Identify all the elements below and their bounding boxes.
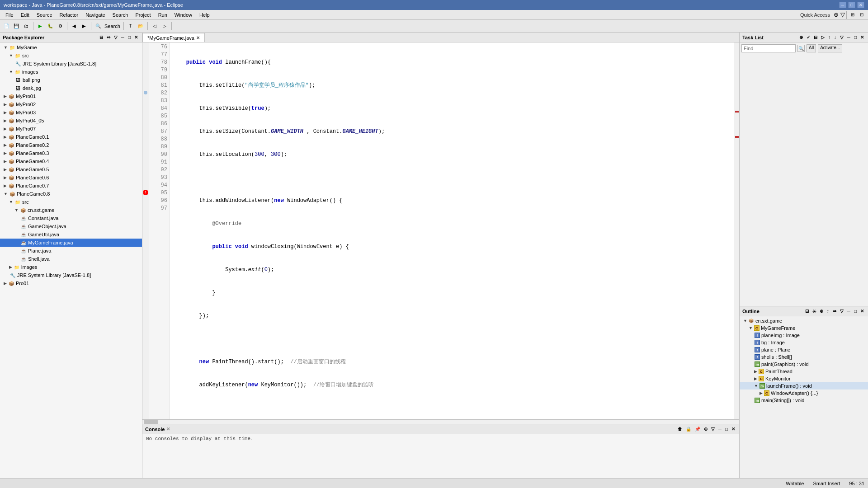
outline-item-plane[interactable]: f plane : Plane bbox=[740, 346, 868, 353]
tree-item-pro01[interactable]: ▶ 📦 Pro01 bbox=[0, 279, 142, 287]
outline-item-planeimg[interactable]: f planeImg : Image bbox=[740, 332, 868, 339]
outline-item-windowadapter[interactable]: ▶ C WindowAdapter() {...} bbox=[740, 389, 868, 397]
tree-item-planegame05[interactable]: ▶ 📦 PlaneGame0.5 bbox=[0, 165, 142, 174]
task-list-btn6[interactable]: ↓ bbox=[833, 34, 838, 40]
debug-btn[interactable]: 🐛 bbox=[46, 22, 55, 31]
task-list-btn2[interactable]: ✓ bbox=[805, 34, 811, 40]
menu-edit[interactable]: Edit bbox=[17, 10, 33, 19]
quick-access-icon[interactable]: ⊕ bbox=[834, 11, 839, 18]
console-close-btn[interactable]: ✕ bbox=[730, 426, 736, 432]
prev-edit-btn[interactable]: ◀ bbox=[70, 22, 79, 31]
outline-item-shells[interactable]: f shells : Shell[] bbox=[740, 353, 868, 361]
tree-item-planegame02[interactable]: ▶ 📦 PlaneGame0.2 bbox=[0, 141, 142, 149]
editor-overview-ruler[interactable] bbox=[734, 42, 739, 419]
save-all-btn[interactable]: 🗂 bbox=[22, 22, 31, 31]
menu-run[interactable]: Run bbox=[155, 10, 171, 19]
editor-hscroll[interactable] bbox=[142, 419, 739, 424]
task-list-maximize-btn[interactable]: □ bbox=[853, 34, 858, 40]
menu-search[interactable]: Search bbox=[109, 10, 132, 19]
tree-item-planegame07[interactable]: ▶ 📦 PlaneGame0.7 bbox=[0, 182, 142, 190]
find-search-btn[interactable]: 🔍 bbox=[797, 45, 805, 52]
console-view-menu-btn[interactable]: ▽ bbox=[710, 426, 716, 432]
collapse-all-btn[interactable]: ⊟ bbox=[98, 34, 104, 40]
menu-file[interactable]: File bbox=[2, 10, 17, 19]
close-button[interactable]: ✕ bbox=[857, 2, 864, 8]
code-editor[interactable]: public void launchFrame(){ this.setTitle… bbox=[170, 42, 734, 419]
workbench-btn[interactable]: ⊞ bbox=[848, 10, 857, 19]
maximize-button[interactable]: □ bbox=[848, 2, 855, 8]
outline-btn4[interactable]: ↕ bbox=[826, 308, 830, 314]
console-scroll-lock-btn[interactable]: 🔒 bbox=[684, 426, 693, 432]
outline-view-btn[interactable]: ▽ bbox=[839, 308, 845, 314]
menu-help[interactable]: Help bbox=[196, 10, 213, 19]
minimize-panel-btn[interactable]: ─ bbox=[120, 34, 126, 40]
task-list-btn3[interactable]: ⊟ bbox=[812, 34, 819, 40]
tree-item-mygame-jre[interactable]: 🔧 JRE System Library [JavaSE-1.8] bbox=[0, 60, 142, 68]
console-maximize-btn[interactable]: □ bbox=[724, 426, 729, 432]
task-list-find-input[interactable] bbox=[741, 44, 796, 52]
quick-access[interactable]: Quick Access bbox=[800, 12, 830, 18]
menu-source[interactable]: Source bbox=[33, 10, 56, 19]
outline-item-paintthread[interactable]: ▶ C PaintThread bbox=[740, 368, 868, 375]
menu-window[interactable]: Window bbox=[171, 10, 196, 19]
open-resource-btn[interactable]: 📂 bbox=[136, 22, 145, 31]
tree-item-gameobject[interactable]: ☕ GameObject.java bbox=[0, 222, 142, 230]
console-minimize-btn[interactable]: ─ bbox=[717, 426, 723, 432]
tree-item-pg08-src[interactable]: ▼ 📁 src bbox=[0, 198, 142, 206]
tree-item-mygame-images[interactable]: ▼ 📁 images bbox=[0, 68, 142, 76]
tree-item-ball-png[interactable]: 🖼 ball.png bbox=[0, 76, 142, 84]
outline-maximize-btn[interactable]: □ bbox=[853, 308, 858, 314]
prev-btn[interactable]: ◁ bbox=[150, 22, 159, 31]
task-list-btn5[interactable]: ↑ bbox=[827, 34, 832, 40]
tree-item-mypro07[interactable]: ▶ 📦 MyPro07 bbox=[0, 125, 142, 133]
open-type-btn[interactable]: T bbox=[126, 22, 135, 31]
editor-tab-mygameframe[interactable]: *MyGameFrame.java ✕ bbox=[142, 33, 205, 42]
tree-item-gameutil[interactable]: ☕ GameUtil.java bbox=[0, 230, 142, 239]
menu-project[interactable]: Project bbox=[132, 10, 154, 19]
editor-content[interactable]: ! 76 77 78 79 80 81 82 83 84 85 86 87 88 bbox=[142, 42, 739, 419]
outline-item-launchframe[interactable]: ▼ m launchFrame() : void bbox=[740, 382, 868, 389]
outline-item-main[interactable]: m main(String[]) : void bbox=[740, 397, 868, 404]
link-editor-btn[interactable]: ⇔ bbox=[105, 34, 112, 40]
search-btn[interactable]: 🔍 bbox=[94, 22, 103, 31]
quick-access-arrow[interactable]: ▽ bbox=[840, 11, 845, 18]
new-btn[interactable]: 📄 bbox=[2, 22, 11, 31]
find-all-btn[interactable]: All bbox=[807, 44, 816, 52]
tree-item-mygame-src[interactable]: ▼ 📁 src bbox=[0, 52, 142, 60]
close-panel-btn[interactable]: ✕ bbox=[133, 34, 139, 40]
tree-item-planegame08[interactable]: ▼ 📦 PlaneGame0.8 bbox=[0, 190, 142, 198]
outline-item-keymonitor[interactable]: ▶ C KeyMonitor bbox=[740, 375, 868, 382]
tree-item-mypro01[interactable]: ▶ 📦 MyPro01 bbox=[0, 92, 142, 100]
outline-close-btn[interactable]: ✕ bbox=[859, 308, 865, 314]
tree-item-constant[interactable]: ☕ Constant.java bbox=[0, 214, 142, 222]
task-list-btn1[interactable]: ⊕ bbox=[798, 34, 804, 40]
outline-btn3[interactable]: ⊕ bbox=[818, 308, 825, 314]
outline-btn1[interactable]: ⊟ bbox=[804, 308, 810, 314]
forward-btn[interactable]: ▷ bbox=[160, 22, 169, 31]
task-list-view-btn[interactable]: ▽ bbox=[839, 34, 845, 40]
console-clear-btn[interactable]: 🗑 bbox=[676, 426, 684, 432]
outline-minimize-btn[interactable]: ─ bbox=[846, 308, 852, 314]
tree-item-planegame04[interactable]: ▶ 📦 PlaneGame0.4 bbox=[0, 157, 142, 165]
outline-btn2[interactable]: ⚹ bbox=[811, 308, 817, 314]
task-list-btn4[interactable]: ▷ bbox=[820, 34, 826, 40]
tree-item-pg08-jre[interactable]: 🔧 JRE System Library [JavaSE-1.8] bbox=[0, 271, 142, 279]
tree-item-pg08-pkg[interactable]: ▼ 📦 cn.sxt.game bbox=[0, 206, 142, 214]
ext-tools-btn[interactable]: ⚙ bbox=[56, 22, 65, 31]
tree-item-planegame01[interactable]: ▶ 📦 PlaneGame0.1 bbox=[0, 133, 142, 141]
tree-item-mygameframe[interactable]: ☕ MyGameFrame.java bbox=[0, 239, 142, 247]
run-btn[interactable]: ▶ bbox=[36, 22, 45, 31]
outline-item-bg[interactable]: f bg : Image bbox=[740, 339, 868, 346]
tree-item-mypro04[interactable]: ▶ 📦 MyPro04_05 bbox=[0, 117, 142, 125]
workbench-btn2[interactable]: ⊡ bbox=[857, 10, 866, 19]
view-menu-btn[interactable]: ▽ bbox=[113, 34, 119, 40]
minimize-button[interactable]: ─ bbox=[839, 2, 846, 8]
outline-item-pkg[interactable]: ▼ 📦 cn.sxt.game bbox=[740, 317, 868, 324]
save-btn[interactable]: 💾 bbox=[12, 22, 21, 31]
menu-navigate[interactable]: Navigate bbox=[82, 10, 108, 19]
outline-btn5[interactable]: ⇔ bbox=[831, 308, 838, 314]
outline-item-paint[interactable]: m paint(Graphics) : void bbox=[740, 361, 868, 368]
tree-item-pg08-images[interactable]: ▶ 📁 images bbox=[0, 263, 142, 271]
tree-item-planegame03[interactable]: ▶ 📦 PlaneGame0.3 bbox=[0, 149, 142, 157]
console-pin-btn[interactable]: 📌 bbox=[693, 426, 702, 432]
